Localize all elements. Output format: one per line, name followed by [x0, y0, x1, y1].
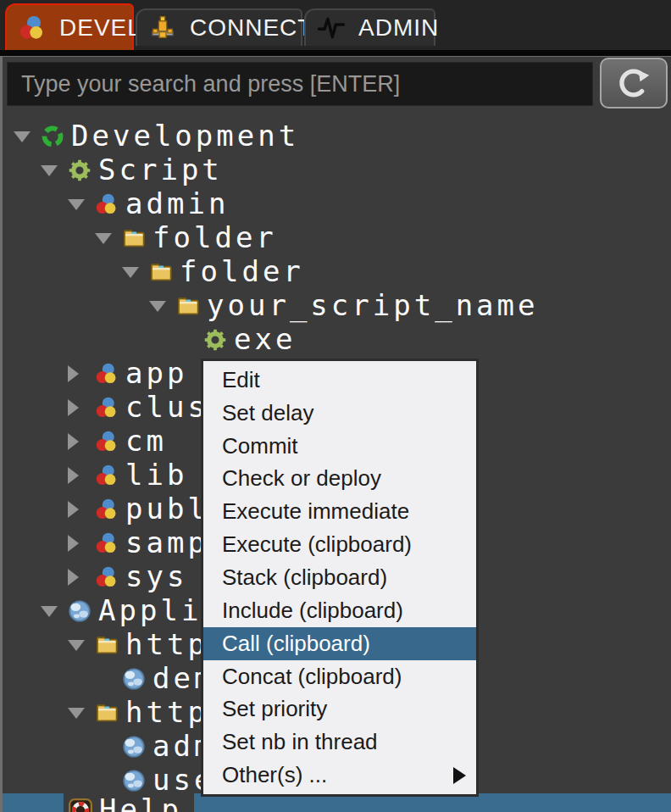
- tab-bar: DEVEL CONNECT ADMIN: [0, 0, 671, 56]
- search-bar: [0, 56, 671, 110]
- tree-item-label: publ: [125, 494, 208, 526]
- tab-admin-label: ADMIN: [358, 14, 439, 42]
- tree-item-label: admin: [125, 189, 229, 220]
- three-circles-icon: [95, 464, 119, 487]
- menu-item-edit[interactable]: Edit: [203, 364, 476, 397]
- menu-item-include-clipboard[interactable]: Include (clipboard): [203, 594, 476, 627]
- menu-item-call-clipboard[interactable]: Call (clipboard): [203, 627, 476, 660]
- menu-item-set-priority[interactable]: Set priority: [203, 692, 476, 726]
- folder-icon: [95, 701, 119, 725]
- three-circles-icon: [95, 565, 119, 589]
- three-circles-icon: [95, 430, 119, 453]
- tree-item-label: http: [125, 698, 208, 729]
- context-menu: Edit Set delay Commit Check or deploy Ex…: [201, 359, 479, 797]
- expander-right-icon[interactable]: [68, 365, 95, 382]
- lifebuoy-icon: [69, 798, 92, 812]
- tab-admin[interactable]: ADMIN: [304, 8, 435, 46]
- globe-icon: [68, 599, 92, 623]
- expander-down-icon[interactable]: [68, 199, 95, 210]
- globe-icon: [122, 769, 146, 793]
- pulse-icon: [318, 14, 345, 42]
- menu-item-execute-clipboard[interactable]: Execute (clipboard): [203, 528, 476, 561]
- three-circles-icon: [95, 362, 119, 386]
- expander-down-icon[interactable]: [68, 708, 95, 719]
- tree-item-admin[interactable]: admin: [0, 187, 671, 221]
- expander-down-icon[interactable]: [149, 301, 176, 312]
- menu-item-commit[interactable]: Commit: [203, 430, 476, 463]
- menu-item-others[interactable]: Other(s) ...: [203, 759, 476, 792]
- tab-connect-label: CONNECT: [190, 14, 313, 42]
- tree-item-label: folder: [152, 223, 277, 254]
- menu-item-set-delay[interactable]: Set delay: [203, 397, 476, 430]
- color-circles-icon: [19, 14, 46, 42]
- green-ring-icon: [41, 125, 64, 148]
- expander-right-icon[interactable]: [68, 569, 95, 586]
- three-circles-icon: [95, 192, 119, 216]
- menu-item-label: Other(s) ...: [222, 762, 327, 788]
- tree-item-label: cm: [125, 426, 167, 458]
- search-input[interactable]: [7, 62, 593, 106]
- menu-item-concat-clipboard[interactable]: Concat (clipboard): [203, 660, 476, 693]
- submenu-arrow-icon: [453, 767, 466, 784]
- expander-down-icon[interactable]: [95, 233, 122, 244]
- tree-item-label: Development: [71, 121, 299, 153]
- menu-item-set-nb-in-thread[interactable]: Set nb in thread: [203, 726, 476, 759]
- refresh-button[interactable]: [600, 58, 668, 108]
- connector-icon: [149, 14, 176, 42]
- tree-item-label: sys: [125, 562, 187, 593]
- three-circles-icon: [95, 531, 119, 555]
- green-gear-icon: [68, 159, 92, 182]
- three-circles-icon: [95, 396, 119, 420]
- folder-icon: [149, 260, 173, 284]
- menu-item-execute-immediate[interactable]: Execute immediate: [203, 495, 476, 528]
- tree-item-label: your_script_name: [207, 291, 539, 322]
- circular-arrow-icon: [617, 66, 651, 100]
- menu-item-stack-clipboard[interactable]: Stack (clipboard): [203, 561, 476, 594]
- tab-devel-label: DEVEL: [59, 14, 141, 42]
- expander-right-icon[interactable]: [68, 467, 95, 484]
- tab-connect[interactable]: CONNECT: [136, 8, 302, 46]
- expander-right-icon[interactable]: [68, 535, 95, 552]
- tree-item-script[interactable]: Script: [0, 153, 671, 187]
- tree-item-folder[interactable]: folder: [0, 255, 671, 289]
- expander-down-icon[interactable]: [68, 640, 95, 651]
- tree-item-label: clus: [125, 392, 208, 424]
- tree-item-label: exe: [234, 325, 296, 356]
- tree-item-label: Help: [99, 795, 182, 812]
- tree-item-label: app: [125, 359, 187, 390]
- tree-item-your-script-name[interactable]: your_script_name: [0, 289, 671, 323]
- expander-right-icon[interactable]: [68, 501, 95, 518]
- expander-down-icon[interactable]: [41, 606, 68, 617]
- tree-item-folder[interactable]: folder: [0, 221, 671, 255]
- tree-item-label: folder: [180, 257, 304, 288]
- globe-icon: [122, 667, 146, 691]
- folder-icon: [95, 633, 119, 657]
- tree-item-label: samp: [125, 528, 208, 559]
- expander-right-icon[interactable]: [68, 399, 95, 416]
- three-circles-icon: [95, 498, 119, 521]
- panel-left-edge: [0, 56, 3, 812]
- folder-icon: [122, 226, 146, 250]
- expander-down-icon[interactable]: [122, 267, 149, 278]
- globe-icon: [122, 735, 146, 759]
- tree-item-development[interactable]: Development: [0, 120, 671, 153]
- tree-item-label: http: [125, 630, 208, 661]
- expander-down-icon[interactable]: [14, 131, 41, 142]
- tree-item-label: Script: [98, 155, 223, 186]
- tab-devel[interactable]: DEVEL: [5, 3, 134, 50]
- green-gear-icon: [203, 328, 227, 352]
- folder-icon: [176, 294, 200, 318]
- tree-item-exe[interactable]: exe: [0, 323, 671, 357]
- expander-down-icon[interactable]: [41, 165, 68, 176]
- tree-item-label: lib: [125, 460, 187, 492]
- expander-right-icon[interactable]: [68, 433, 95, 450]
- help-anchor[interactable]: Help: [64, 793, 194, 812]
- menu-item-check-or-deploy[interactable]: Check or deploy: [203, 463, 476, 496]
